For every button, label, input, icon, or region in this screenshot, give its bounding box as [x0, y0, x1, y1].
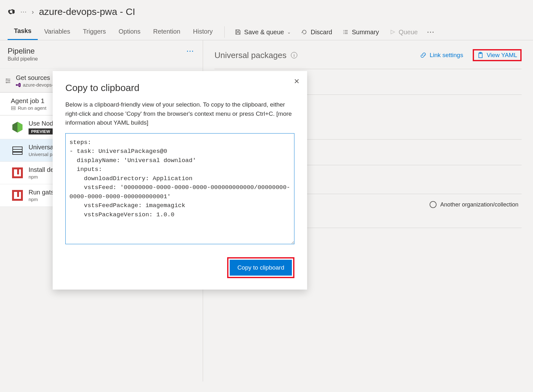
agent-job-subtitle: Run on agent	[18, 105, 46, 111]
tab-triggers[interactable]: Triggers	[76, 25, 112, 40]
svg-rect-5	[13, 147, 22, 149]
svg-rect-1	[11, 108, 15, 110]
undo-icon	[301, 29, 307, 35]
view-yaml-label: View YAML	[487, 52, 517, 59]
npm-icon	[11, 166, 24, 180]
discard-label: Discard	[311, 29, 332, 36]
save-queue-button[interactable]: Save & queue ⌄	[230, 26, 296, 38]
task-install-de-title: Install de	[29, 166, 54, 173]
tab-variables[interactable]: Variables	[38, 25, 76, 40]
tab-options[interactable]: Options	[112, 25, 147, 40]
modal-title: Copy to clipboard	[65, 82, 294, 93]
yaml-textarea[interactable]	[65, 133, 294, 244]
task-run-gats-subtitle: npm	[29, 197, 54, 202]
play-icon	[389, 29, 396, 35]
link-icon	[420, 52, 426, 58]
vs-icon	[16, 82, 21, 88]
breadcrumb-ellipsis[interactable]: ⋯	[20, 8, 27, 16]
azure-devops-icon	[8, 8, 15, 16]
page-title: azure-devops-pwa - CI	[39, 6, 135, 17]
view-yaml-highlight: View YAML	[473, 49, 522, 61]
save-icon	[235, 29, 241, 35]
copy-clipboard-modal: ✕ Copy to clipboard Below is a clipboard…	[53, 71, 307, 290]
pipeline-subtitle: Build pipeline	[8, 56, 38, 62]
task-universal-title: Universal	[29, 144, 55, 151]
divider	[224, 26, 225, 38]
summary-label: Summary	[352, 29, 379, 36]
svg-rect-12	[17, 192, 19, 197]
pipeline-more[interactable]: ⋯	[186, 47, 194, 56]
save-queue-label: Save & queue	[244, 29, 284, 36]
summary-button[interactable]: Summary	[337, 26, 384, 38]
queue-label: Queue	[399, 29, 418, 36]
radio-icon	[430, 201, 437, 208]
breadcrumb: ⋯ › azure-devops-pwa - CI	[0, 0, 533, 22]
queue-button: Queue	[384, 26, 423, 38]
toolbar-more[interactable]: ⋯	[423, 28, 438, 36]
svg-rect-9	[17, 169, 19, 174]
info-icon[interactable]: i	[291, 52, 297, 58]
link-settings-button[interactable]: Link settings	[420, 52, 463, 59]
task-universal-subtitle: Universal pa	[29, 152, 55, 157]
list-icon	[342, 29, 349, 35]
copy-button-highlight: Copy to clipboard	[227, 257, 294, 278]
package-icon	[11, 144, 24, 157]
tab-history[interactable]: History	[187, 25, 219, 40]
chevron-down-icon: ⌄	[287, 29, 291, 35]
copy-to-clipboard-button[interactable]: Copy to clipboard	[230, 260, 292, 276]
tab-tasks[interactable]: Tasks	[8, 24, 38, 40]
npm-icon	[11, 189, 24, 202]
radio-label: Another organization/collection	[440, 201, 518, 208]
get-sources-title: Get sources	[16, 74, 53, 82]
svg-marker-3	[17, 122, 23, 133]
pipeline-title: Pipeline	[8, 47, 38, 56]
discard-button[interactable]: Discard	[296, 26, 337, 38]
close-icon[interactable]: ✕	[294, 77, 299, 86]
sources-settings-icon	[4, 77, 11, 84]
server-icon	[11, 106, 16, 111]
task-install-de-subtitle: npm	[29, 174, 54, 180]
svg-rect-4	[13, 147, 22, 154]
svg-rect-0	[11, 107, 15, 108]
view-yaml-button[interactable]: View YAML	[477, 52, 517, 59]
get-sources-subtitle: azure-devops-	[23, 82, 53, 88]
right-header: Universal packages i Link settings View …	[214, 49, 522, 61]
preview-badge: PREVIEW	[29, 128, 53, 134]
divider	[214, 69, 522, 69]
task-run-gats-title: Run gats	[29, 189, 54, 196]
right-panel-title: Universal packages	[214, 50, 286, 60]
chevron-right-icon: ›	[32, 8, 34, 16]
link-settings-label: Link settings	[430, 52, 463, 59]
svg-rect-6	[13, 151, 22, 153]
modal-description: Below is a clipboard-friendly view of yo…	[65, 100, 294, 127]
clipboard-icon	[477, 52, 484, 58]
pipeline-header[interactable]: Pipeline Build pipeline ⋯	[0, 40, 203, 69]
tabs-toolbar: Tasks Variables Triggers Options Retenti…	[0, 22, 533, 40]
tab-retention[interactable]: Retention	[147, 25, 187, 40]
task-use-node-title: Use Nod	[29, 120, 53, 127]
agent-job-title: Agent job 1	[11, 97, 46, 105]
nodejs-icon	[11, 121, 24, 134]
